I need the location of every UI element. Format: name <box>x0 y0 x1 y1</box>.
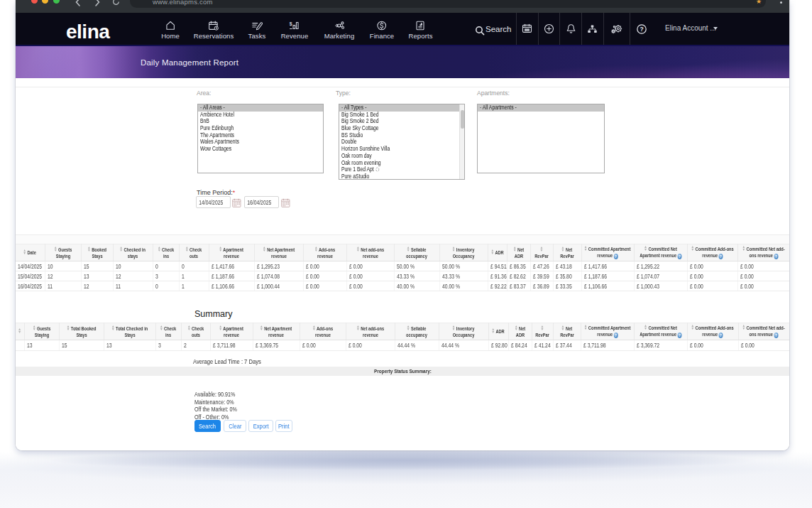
svg-text:$: $ <box>290 21 292 27</box>
svg-text:?: ? <box>640 26 643 33</box>
